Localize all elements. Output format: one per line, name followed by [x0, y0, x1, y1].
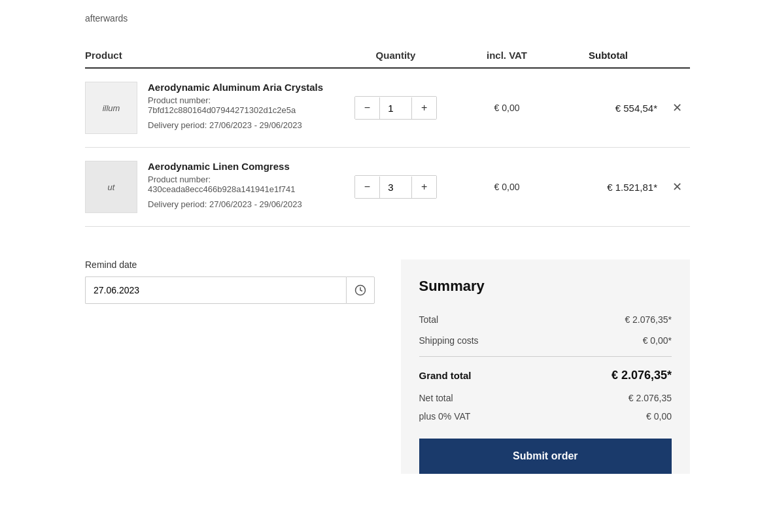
plus-icon: + [421, 181, 427, 193]
summary-net-value: € 2.076,35 [629, 393, 672, 403]
summary-net-label: Net total [419, 393, 453, 403]
remove-product-cell: ✕ [664, 101, 690, 115]
minus-icon: − [364, 181, 370, 193]
close-icon: ✕ [672, 101, 682, 115]
remind-input-row [85, 276, 375, 304]
remove-product-button[interactable]: ✕ [672, 101, 682, 115]
product-subtotal: € 554,54* [559, 103, 664, 114]
delivery-period: Delivery period: 27/06/2023 - 29/06/2023 [148, 120, 323, 130]
quantity-wrapper: − + [354, 96, 438, 120]
summary-grand-value: € 2.076,35* [611, 369, 672, 382]
remove-product-cell: ✕ [664, 180, 690, 194]
remove-product-button[interactable]: ✕ [672, 180, 682, 194]
minus-icon: − [364, 102, 370, 114]
summary-shipping-row: Shipping costs € 0,00* [419, 330, 672, 351]
close-icon: ✕ [672, 180, 682, 194]
summary-grand-row: Grand total € 2.076,35* [419, 362, 672, 389]
quantity-control: − + [337, 96, 455, 120]
product-details: Aerodynamic Aluminum Aria Crystals Produ… [148, 82, 323, 130]
product-details: Aerodynamic Linen Comgress Product numbe… [148, 161, 302, 209]
quantity-decrease-button[interactable]: − [355, 176, 379, 198]
summary-box: Summary Total € 2.076,35* Shipping costs… [401, 259, 691, 474]
quantity-input[interactable] [379, 97, 412, 119]
quantity-input[interactable] [379, 176, 412, 198]
remind-date-input[interactable] [85, 276, 346, 304]
summary-vat-label: plus 0% VAT [419, 411, 471, 422]
remind-section: Remind date [85, 259, 375, 304]
quantity-control: − + [337, 175, 455, 199]
summary-vat-row: plus 0% VAT € 0,00 [419, 407, 672, 425]
product-number-value: 430ceada8ecc466b928a141941e1f741 [148, 184, 296, 194]
product-info: ut Aerodynamic Linen Comgress Product nu… [85, 161, 337, 213]
product-thumbnail: ut [85, 161, 137, 213]
summary-net-row: Net total € 2.076,35 [419, 389, 672, 407]
summary-vat-value: € 0,00 [646, 411, 672, 422]
product-vat: € 0,00 [455, 103, 559, 113]
product-thumbnail: illum [85, 82, 137, 134]
col-header-vat: incl. VAT [455, 50, 559, 61]
remind-label: Remind date [85, 259, 375, 270]
product-number-value: 7bfd12c880164d07944271302d1c2e5a [148, 105, 296, 115]
quantity-decrease-button[interactable]: − [355, 97, 379, 119]
quantity-increase-button[interactable]: + [412, 176, 436, 198]
product-subtotal: € 1.521,81* [559, 182, 664, 193]
submit-order-button[interactable]: Submit order [419, 439, 672, 474]
summary-shipping-value: € 0,00* [643, 335, 672, 346]
product-name: Aerodynamic Aluminum Aria Crystals [148, 82, 323, 93]
remind-clock-button[interactable] [346, 276, 375, 304]
product-name: Aerodynamic Linen Comgress [148, 161, 302, 172]
summary-title: Summary [419, 278, 672, 295]
col-header-quantity: Quantity [337, 50, 455, 61]
table-row: ut Aerodynamic Linen Comgress Product nu… [85, 148, 690, 227]
product-number-label: Product number: 7bfd12c880164d0794427130… [148, 95, 323, 115]
summary-total-row: Total € 2.076,35* [419, 309, 672, 330]
product-number-label: Product number: 430ceada8ecc466b928a1419… [148, 175, 302, 194]
table-header: Product Quantity incl. VAT Subtotal [85, 43, 690, 69]
product-vat: € 0,00 [455, 182, 559, 192]
bottom-section: Remind date Summary Total € 2.076,35* Sh… [85, 259, 690, 474]
product-info: illum Aerodynamic Aluminum Aria Crystals… [85, 82, 337, 134]
summary-total-value: € 2.076,35* [625, 314, 672, 325]
col-header-subtotal: Subtotal [559, 50, 664, 61]
col-header-actions [664, 50, 690, 61]
afterwards-text: afterwards [85, 13, 690, 24]
delivery-period: Delivery period: 27/06/2023 - 29/06/2023 [148, 199, 302, 209]
summary-total-label: Total [419, 314, 439, 325]
clock-icon [354, 284, 366, 296]
quantity-increase-button[interactable]: + [412, 97, 436, 119]
summary-shipping-label: Shipping costs [419, 335, 479, 346]
summary-grand-label: Grand total [419, 370, 472, 381]
summary-divider [419, 356, 672, 357]
plus-icon: + [421, 102, 427, 114]
table-row: illum Aerodynamic Aluminum Aria Crystals… [85, 69, 690, 148]
quantity-wrapper: − + [354, 175, 438, 199]
col-header-product: Product [85, 50, 337, 61]
